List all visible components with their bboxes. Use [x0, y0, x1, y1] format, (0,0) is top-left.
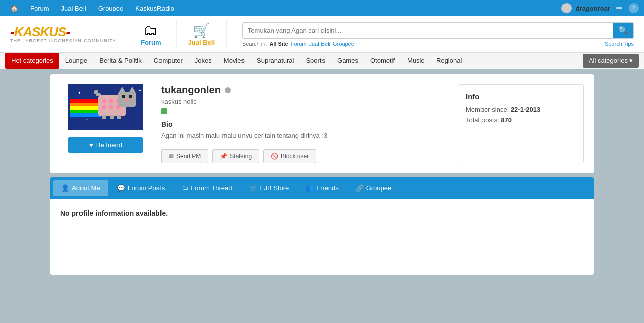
info-panel-title: Info: [466, 92, 576, 101]
cat-berita-politik[interactable]: Berita & Politik: [93, 53, 148, 69]
groupee-icon: 🔗: [356, 184, 364, 192]
user-title: kaskus holic: [161, 98, 448, 105]
jualbeli-nav-item[interactable]: Jual Beli: [56, 0, 91, 16]
bio-label: Bio: [161, 120, 448, 128]
svg-rect-7: [102, 99, 106, 103]
cat-regional[interactable]: Regional: [430, 53, 468, 69]
all-categories-dropdown[interactable]: All categories ▾: [583, 54, 639, 68]
be-friend-label: Be friend: [96, 141, 122, 149]
search-tips[interactable]: Search Tips: [605, 41, 634, 47]
svg-rect-16: [122, 95, 125, 98]
svg-rect-20: [94, 90, 98, 94]
all-categories-label: All categories: [589, 57, 628, 64]
forum-thread-icon: 🗂: [182, 184, 188, 192]
forum-posts-icon: 💬: [117, 184, 125, 192]
home-nav-item[interactable]: 🏠: [5, 0, 23, 16]
cat-music[interactable]: Music: [401, 53, 430, 69]
search-forum[interactable]: Forum: [291, 41, 307, 47]
search-box: 🔍: [242, 22, 634, 39]
tab-friends[interactable]: 👥 Friends: [298, 180, 346, 196]
total-posts-row: Total posts: 870: [466, 116, 576, 124]
jualbeli-tab-icon: 🛒: [193, 22, 210, 39]
cat-supranatural[interactable]: Supranatural: [251, 53, 300, 69]
category-bar: Hot categories Lounge Berita & Politik C…: [0, 53, 644, 69]
groupee-nav-item[interactable]: Groupee: [93, 0, 129, 16]
friends-icon: 👥: [306, 184, 314, 192]
search-button[interactable]: 🔍: [613, 23, 633, 38]
search-groupee[interactable]: Groupee: [333, 41, 354, 47]
svg-rect-21: [102, 115, 106, 119]
search-allsite[interactable]: All Site: [269, 41, 288, 47]
online-status-icon: [225, 87, 231, 93]
svg-text:✦: ✦: [138, 88, 142, 93]
svg-rect-23: [117, 115, 121, 119]
svg-rect-2: [70, 103, 101, 106]
profile-tabs: 👤 About Me 💬 Forum Posts 🗂 Forum Thread …: [50, 177, 594, 199]
total-posts-label: Total posts:: [466, 116, 499, 124]
send-pm-label: Send PM: [176, 153, 201, 160]
bio-text: Agan ini masih malu-malu unyu ceritain t…: [161, 132, 448, 139]
cat-movies[interactable]: Movies: [218, 53, 251, 69]
logo-subtitle: THE LARGEST INDONESIAN COMMUNITY: [10, 38, 116, 43]
jualbeli-nav-label: Jual Beli: [61, 5, 86, 12]
jualbeli-tab[interactable]: 🛒 Jual Beli: [177, 20, 227, 48]
search-in-label: Search in:: [242, 41, 267, 47]
cat-lounge[interactable]: Lounge: [59, 53, 93, 69]
cat-jokes[interactable]: Jokes: [189, 53, 218, 69]
tab-fjb-store[interactable]: 🛒 FJB Store: [241, 180, 297, 196]
avatar: ✦ ✦ ✦: [68, 84, 143, 130]
tab-forum-thread[interactable]: 🗂 Forum Thread: [174, 180, 240, 196]
profile-content: No profile information available.: [50, 199, 594, 275]
cat-otomotif[interactable]: Otomotif: [364, 53, 401, 69]
forum-thread-label: Forum Thread: [191, 184, 232, 192]
svg-rect-17: [129, 95, 132, 98]
header-tabs: 🗂 Forum 🛒 Jual Beli: [126, 20, 227, 48]
search-input[interactable]: [243, 23, 613, 38]
logged-in-username[interactable]: dragonroar: [576, 5, 610, 12]
groupee-nav-label: Groupee: [98, 5, 124, 12]
profile-avatar-section: ✦ ✦ ✦ ♥ Be friend: [60, 84, 151, 163]
info-panel: Info Member since: 22-1-2013 Total posts…: [458, 84, 584, 163]
send-pm-button[interactable]: ✉ Send PM: [161, 149, 208, 163]
cat-hot-categories[interactable]: Hot categories: [5, 53, 59, 69]
total-posts-value: 870: [501, 116, 512, 124]
cat-sports[interactable]: Sports: [300, 53, 331, 69]
member-since-value: 22-1-2013: [511, 106, 540, 113]
top-navigation: 🏠 Forum Jual Beli Groupee KaskusRadio dr…: [0, 0, 644, 16]
be-friend-button[interactable]: ♥ Be friend: [68, 137, 143, 153]
logo: -KASKUS-: [10, 25, 116, 38]
svg-rect-3: [70, 106, 101, 110]
home-icon: 🏠: [10, 5, 18, 12]
forum-tab-icon: 🗂: [144, 22, 158, 39]
edit-icon[interactable]: ✏: [614, 2, 625, 15]
kaskusradio-nav-label: KaskusRadio: [135, 5, 174, 12]
forum-tab[interactable]: 🗂 Forum: [126, 20, 177, 48]
logo-area[interactable]: -KASKUS- THE LARGEST INDONESIAN COMMUNIT…: [10, 25, 116, 43]
tab-groupee[interactable]: 🔗 Groupee: [348, 180, 400, 196]
tab-about-me[interactable]: 👤 About Me: [53, 180, 108, 196]
stalking-icon: 📌: [220, 153, 227, 160]
no-profile-info-text: No profile information available.: [60, 209, 584, 217]
avatar-image: ✦ ✦ ✦: [68, 84, 143, 130]
stalking-button[interactable]: 📌 Stalking: [212, 149, 259, 163]
main-content: ✦ ✦ ✦ ♥ Be friend tukangonlen kaskus hol…: [45, 74, 599, 275]
kaskusradio-nav-item[interactable]: KaskusRadio: [130, 0, 179, 16]
forum-nav-item[interactable]: Forum: [25, 0, 54, 16]
cat-computer[interactable]: Computer: [148, 53, 189, 69]
help-icon[interactable]: ?: [629, 3, 639, 13]
profile-card: ✦ ✦ ✦ ♥ Be friend tukangonlen kaskus hol…: [50, 74, 594, 173]
member-since-row: Member since: 22-1-2013: [466, 106, 576, 113]
cat-games[interactable]: Games: [331, 53, 364, 69]
heart-icon: ♥: [89, 141, 93, 149]
forum-nav-label: Forum: [30, 5, 49, 12]
svg-rect-8: [109, 99, 113, 103]
block-user-label: Block user: [281, 153, 309, 160]
svg-rect-5: [70, 113, 101, 117]
search-area: 🔍 Search in: All Site Forum Jual Beli Gr…: [242, 22, 634, 47]
envelope-icon: ✉: [169, 153, 174, 160]
stalking-label: Stalking: [230, 153, 252, 160]
block-user-button[interactable]: 🚫 Block user: [263, 149, 316, 163]
tab-forum-posts[interactable]: 💬 Forum Posts: [109, 180, 173, 196]
top-nav-right: dragonroar ✏ ?: [561, 2, 639, 15]
search-jualbeli[interactable]: Jual Beli: [309, 41, 330, 47]
